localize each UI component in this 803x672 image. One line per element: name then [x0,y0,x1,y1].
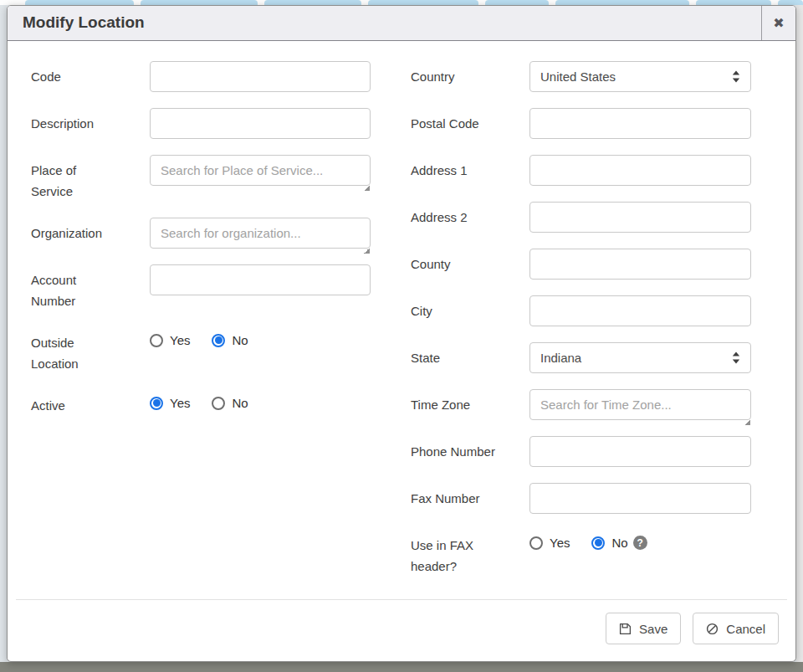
time-zone-search-input[interactable] [529,389,751,420]
radio-icon [212,397,225,410]
field-row-active: Active Yes No [24,390,371,416]
outside-location-no-radio[interactable]: No [212,333,248,347]
outside-location-label: Outside Location [24,327,150,374]
close-button[interactable]: ✖ [761,6,795,40]
description-input[interactable] [150,108,371,139]
active-radio-group: Yes No [150,390,371,410]
phone-number-label: Phone Number [404,436,529,462]
dropdown-grip-icon [744,419,750,425]
field-row-postal-code: Postal Code [404,108,751,139]
save-button-label: Save [639,622,667,636]
country-label: Country [404,61,529,87]
save-icon [619,623,632,635]
place-of-service-label: Place of Service [24,155,150,202]
address1-input[interactable] [529,155,751,186]
radio-label: Yes [170,396,190,410]
form-column-right: Country United States Postal Code [404,61,751,599]
address2-input[interactable] [529,202,751,233]
cancel-icon [706,623,719,635]
radio-label: No [611,536,627,550]
active-label: Active [24,390,150,416]
radio-label: Yes [550,536,570,550]
fax-number-label: Fax Number [404,483,529,509]
form-column-left: Code Description Place of Service Organi… [24,61,371,599]
updown-caret-icon [732,70,740,83]
field-row-description: Description [24,108,371,139]
code-input[interactable] [150,61,371,92]
code-label: Code [24,61,150,87]
field-row-address2: Address 2 [404,202,751,233]
state-label: State [404,342,529,368]
postal-code-input[interactable] [529,108,751,139]
account-number-label: Account Number [24,264,150,311]
outside-location-yes-radio[interactable]: Yes [150,333,190,347]
outside-location-radio-group: Yes No [150,327,371,347]
active-yes-radio[interactable]: Yes [150,396,190,410]
postal-code-label: Postal Code [404,108,529,134]
phone-number-input[interactable] [529,436,751,467]
field-row-city: City [404,295,751,326]
active-no-radio[interactable]: No [212,396,248,410]
use-in-fax-header-radio-group: Yes No ? [529,530,751,550]
field-row-county: County [404,249,751,280]
field-row-account-number: Account Number [24,264,371,311]
radio-icon [529,536,543,550]
state-select-value: Indiana [540,351,581,365]
radio-label: Yes [170,333,190,347]
backdrop-left [0,5,7,662]
field-row-time-zone: Time Zone [404,389,751,420]
backdrop-right [796,5,803,662]
address1-label: Address 1 [404,155,529,181]
radio-label: No [232,333,248,347]
radio-label: No [232,396,248,410]
radio-icon [212,334,225,347]
dialog-header: Modify Location ✖ [8,6,795,41]
organization-label: Organization [24,218,150,244]
help-icon[interactable]: ? [633,536,647,550]
close-icon: ✖ [773,15,784,31]
use-in-fax-header-label: Use in FAX header? [404,530,529,577]
use-in-fax-header-yes-radio[interactable]: Yes [529,536,570,550]
place-of-service-search-input[interactable] [150,155,371,186]
dialog-body: Code Description Place of Service Organi… [8,41,795,599]
radio-icon [591,536,605,550]
field-row-phone-number: Phone Number [404,436,751,467]
field-row-state: State Indiana [404,342,751,373]
time-zone-label: Time Zone [404,389,529,415]
organization-search-input[interactable] [150,218,371,249]
modify-location-dialog: Modify Location ✖ Code Description Place… [7,5,796,662]
save-button[interactable]: Save [606,613,681,644]
city-input[interactable] [529,295,751,326]
field-row-organization: Organization [24,218,371,249]
description-label: Description [24,108,150,134]
country-select-value: United States [540,69,616,84]
county-input[interactable] [529,249,751,280]
dropdown-grip-icon [364,248,370,254]
radio-icon [150,334,163,347]
cancel-button[interactable]: Cancel [693,613,779,644]
field-row-place-of-service: Place of Service [24,155,371,202]
field-row-use-in-fax-header: Use in FAX header? Yes No ? [404,530,751,577]
dialog-footer: Save Cancel [16,599,787,661]
address2-label: Address 2 [404,202,529,228]
country-select[interactable]: United States [529,61,751,92]
cancel-button-label: Cancel [726,622,765,636]
updown-caret-icon [732,351,740,364]
field-row-outside-location: Outside Location Yes No [24,327,371,374]
backdrop-bottom [0,662,803,672]
account-number-input[interactable] [150,264,371,295]
field-row-fax-number: Fax Number [404,483,751,514]
city-label: City [404,295,529,321]
dropdown-grip-icon [364,185,370,191]
use-in-fax-header-no-radio[interactable]: No [591,536,627,550]
field-row-address1: Address 1 [404,155,751,186]
state-select[interactable]: Indiana [529,342,751,373]
dialog-title: Modify Location [8,6,761,40]
county-label: County [404,249,529,274]
radio-icon [150,397,163,410]
field-row-code: Code [24,61,371,92]
fax-number-input[interactable] [529,483,751,514]
field-row-country: Country United States [404,61,751,92]
